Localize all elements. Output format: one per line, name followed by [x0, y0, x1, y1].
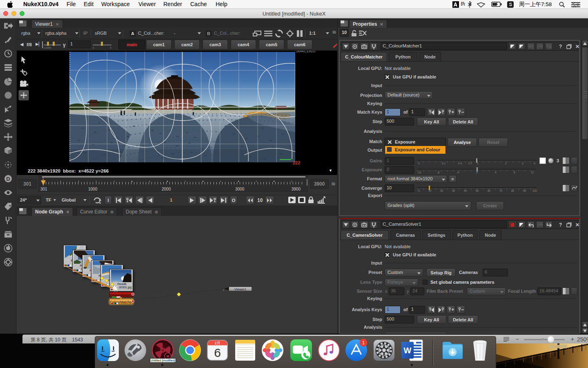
svg-text:0: 0	[93, 47, 94, 49]
svg-text:W: W	[404, 346, 412, 355]
svg-text:1: 1	[362, 340, 365, 345]
svg-text:1: 1	[42, 177, 44, 181]
svg-text:3900: 3900	[292, 187, 301, 191]
svg-text:301: 301	[40, 187, 47, 191]
svg-text:2月: 2月	[214, 341, 220, 345]
svg-text:0.02568: 0.02568	[44, 47, 51, 49]
svg-text:1000: 1000	[88, 187, 98, 191]
svg-text:D: D	[6, 176, 10, 182]
svg-text:6: 6	[214, 346, 221, 359]
svg-text:4: 4	[110, 47, 111, 49]
svg-text:3000: 3000	[235, 187, 245, 191]
svg-text:2000: 2000	[162, 187, 171, 191]
